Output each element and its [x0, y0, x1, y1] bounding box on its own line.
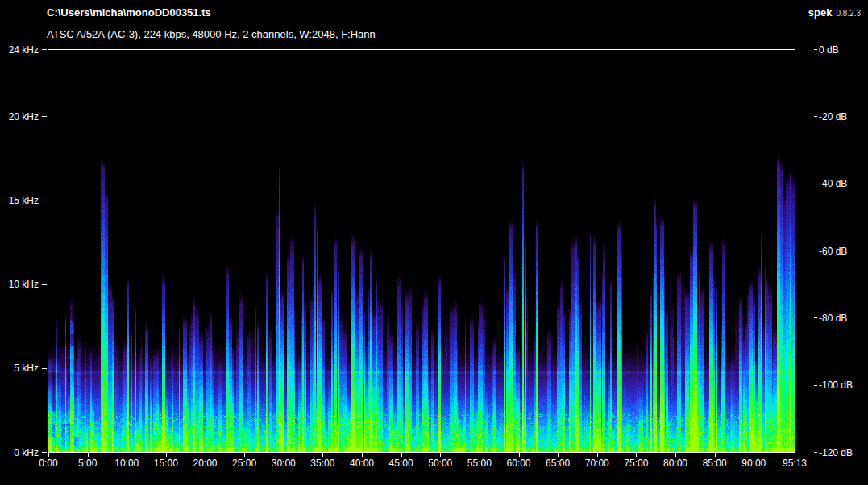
db-tick-mark — [814, 184, 817, 184]
freq-tick-mark — [42, 284, 47, 285]
time-tick-mark — [401, 453, 402, 457]
time-tick-label: 0:00 — [39, 458, 57, 469]
time-tick-label: 75:00 — [624, 458, 648, 469]
time-tick-mark — [48, 453, 49, 457]
time-tick-label: 10:00 — [114, 458, 139, 469]
db-legend-gradient — [804, 49, 812, 452]
db-tick-mark — [814, 385, 817, 386]
time-tick-label: 40:00 — [350, 458, 374, 469]
time-tick-label: 90:00 — [741, 458, 766, 469]
spectrogram-plot-frame — [48, 49, 795, 453]
time-tick-mark — [754, 453, 754, 457]
time-tick-mark — [322, 453, 323, 457]
time-tick-label: 85:00 — [703, 458, 727, 469]
time-tick-mark — [636, 453, 637, 457]
db-tick-label: -100 dB — [819, 379, 853, 391]
app-brand: spek 0.8.2.3 — [808, 6, 861, 19]
time-tick-label: 55:00 — [467, 458, 492, 469]
db-tick-label: -60 dB — [819, 246, 847, 257]
db-tick-label: -40 dB — [819, 178, 847, 189]
db-tick-label: -80 dB — [819, 313, 847, 324]
db-tick-mark — [814, 251, 817, 251]
time-tick-label: 65:00 — [546, 458, 570, 469]
db-tick-mark — [814, 317, 817, 318]
db-tick-mark — [814, 116, 817, 117]
time-tick-mark — [244, 453, 245, 457]
spek-window: C:\Users\micha\monoDD00351.ts spek 0.8.2… — [0, 0, 868, 485]
db-tick-label: -20 dB — [819, 111, 847, 122]
time-tick-mark — [558, 453, 559, 457]
time-tick-label: 60:00 — [506, 458, 530, 469]
time-tick-mark — [597, 453, 598, 457]
time-tick-label: 5:00 — [78, 458, 97, 469]
time-tick-mark — [206, 453, 206, 457]
time-tick-label: 50:00 — [428, 458, 452, 469]
time-tick-mark — [480, 453, 480, 457]
freq-tick-label: 5 kHz — [2, 363, 39, 374]
time-tick-label: 15:00 — [154, 458, 178, 469]
freq-tick-mark — [42, 368, 47, 369]
time-tick-label: 95:13 — [783, 458, 807, 469]
app-version: 0.8.2.3 — [836, 9, 861, 18]
time-tick-label: 20:00 — [193, 458, 217, 469]
time-tick-mark — [127, 453, 127, 457]
time-tick-label: 25:00 — [232, 458, 256, 469]
time-tick-label: 45:00 — [389, 458, 413, 469]
file-path-title: C:\Users\micha\monoDD00351.ts — [47, 6, 211, 19]
freq-tick-label: 20 kHz — [2, 111, 39, 122]
freq-tick-label: 0 kHz — [2, 447, 39, 458]
time-tick-mark — [795, 453, 795, 457]
time-tick-mark — [284, 453, 284, 457]
freq-tick-label: 15 kHz — [2, 195, 39, 206]
time-tick-label: 30:00 — [272, 458, 296, 469]
stream-info-line: ATSC A/52A (AC-3), 224 kbps, 48000 Hz, 2… — [47, 28, 376, 40]
time-tick-label: 80:00 — [663, 458, 687, 469]
spectrogram-canvas — [48, 50, 795, 452]
time-tick-mark — [519, 453, 520, 457]
db-tick-mark — [814, 452, 817, 453]
freq-tick-label: 10 kHz — [2, 279, 39, 290]
time-tick-mark — [715, 453, 716, 457]
time-tick-label: 35:00 — [310, 458, 334, 469]
freq-tick-mark — [42, 49, 47, 50]
app-name: spek — [808, 6, 833, 19]
freq-tick-label: 24 kHz — [2, 44, 39, 56]
time-tick-mark — [440, 453, 441, 457]
db-tick-mark — [814, 49, 817, 50]
time-tick-mark — [362, 453, 363, 457]
freq-tick-mark — [42, 452, 47, 453]
time-tick-mark — [166, 453, 167, 457]
db-tick-label: 0 dB — [819, 44, 839, 56]
db-tick-label: -120 dB — [819, 447, 853, 458]
time-tick-mark — [675, 453, 676, 457]
freq-tick-mark — [42, 201, 47, 201]
time-tick-label: 70:00 — [585, 458, 609, 469]
time-tick-mark — [88, 453, 89, 457]
freq-tick-mark — [42, 116, 47, 117]
